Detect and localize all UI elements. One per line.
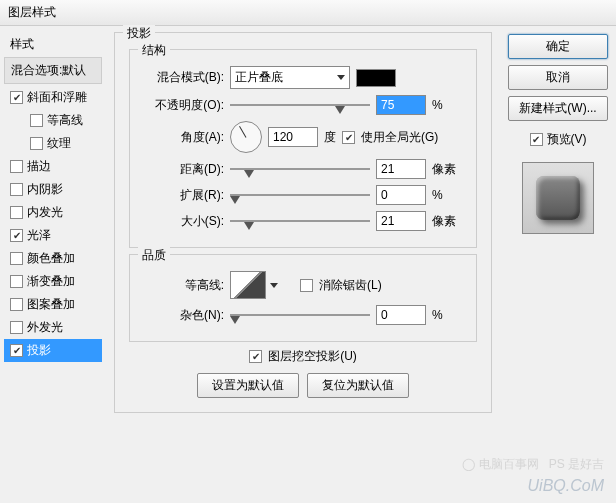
- opacity-unit: %: [432, 98, 462, 112]
- style-item-label: 光泽: [27, 227, 51, 244]
- style-checkbox[interactable]: [10, 183, 23, 196]
- title-bar: 图层样式: [0, 0, 616, 26]
- style-item-label: 渐变叠加: [27, 273, 75, 290]
- blend-mode-dropdown[interactable]: 正片叠底: [230, 66, 350, 89]
- spread-unit: %: [432, 188, 462, 202]
- styles-panel: 样式 混合选项:默认 斜面和浮雕等高线纹理描边内阴影内发光光泽颜色叠加渐变叠加图…: [0, 24, 106, 503]
- window-title: 图层样式: [8, 5, 56, 19]
- style-item[interactable]: 外发光: [4, 316, 102, 339]
- noise-row: 杂色(N): 0 %: [144, 305, 462, 325]
- style-item-label: 颜色叠加: [27, 250, 75, 267]
- style-item[interactable]: 渐变叠加: [4, 270, 102, 293]
- angle-label: 角度(A):: [144, 129, 224, 146]
- contour-label: 等高线:: [144, 277, 224, 294]
- style-item-label: 斜面和浮雕: [27, 89, 87, 106]
- preview-checkbox[interactable]: [530, 133, 543, 146]
- opacity-slider[interactable]: [230, 98, 370, 112]
- style-item[interactable]: 描边: [4, 155, 102, 178]
- styles-header[interactable]: 样式: [4, 32, 102, 57]
- angle-unit: 度: [324, 129, 336, 146]
- style-item-label: 图案叠加: [27, 296, 75, 313]
- style-item[interactable]: 内发光: [4, 201, 102, 224]
- style-checkbox[interactable]: [10, 91, 23, 104]
- style-item[interactable]: 颜色叠加: [4, 247, 102, 270]
- style-item-label: 等高线: [47, 112, 83, 129]
- spread-row: 扩展(R): 0 %: [144, 185, 462, 205]
- distance-input[interactable]: 21: [376, 159, 426, 179]
- distance-row: 距离(D): 21 像素: [144, 159, 462, 179]
- style-list: 斜面和浮雕等高线纹理描边内阴影内发光光泽颜色叠加渐变叠加图案叠加外发光投影: [4, 86, 102, 362]
- noise-label: 杂色(N):: [144, 307, 224, 324]
- noise-slider[interactable]: [230, 308, 370, 322]
- quality-group: 品质 等高线: 消除锯齿(L) 杂色(N): 0 %: [129, 254, 477, 342]
- style-item[interactable]: 投影: [4, 339, 102, 362]
- knockout-label: 图层挖空投影(U): [268, 348, 357, 365]
- angle-dial[interactable]: [230, 121, 262, 153]
- style-item[interactable]: 等高线: [4, 109, 102, 132]
- global-light-label: 使用全局光(G): [361, 129, 438, 146]
- style-checkbox[interactable]: [10, 344, 23, 357]
- spread-input[interactable]: 0: [376, 185, 426, 205]
- knockout-row: 图层挖空投影(U): [129, 348, 477, 365]
- preview-row: 预览(V): [530, 131, 587, 148]
- style-item[interactable]: 图案叠加: [4, 293, 102, 316]
- spread-slider[interactable]: [230, 188, 370, 202]
- style-checkbox[interactable]: [10, 252, 23, 265]
- reset-default-button[interactable]: 复位为默认值: [307, 373, 409, 398]
- distance-unit: 像素: [432, 161, 462, 178]
- size-unit: 像素: [432, 213, 462, 230]
- chevron-down-icon: [337, 75, 345, 80]
- size-row: 大小(S): 21 像素: [144, 211, 462, 231]
- shadow-color-swatch[interactable]: [356, 69, 396, 87]
- global-light-checkbox[interactable]: [342, 131, 355, 144]
- noise-input[interactable]: 0: [376, 305, 426, 325]
- contour-picker[interactable]: [230, 271, 266, 299]
- style-item-label: 内发光: [27, 204, 63, 221]
- panel-title: 投影: [123, 25, 155, 42]
- style-checkbox[interactable]: [10, 321, 23, 334]
- distance-slider[interactable]: [230, 162, 370, 176]
- style-checkbox[interactable]: [10, 275, 23, 288]
- chevron-down-icon[interactable]: [270, 283, 278, 288]
- size-slider[interactable]: [230, 214, 370, 228]
- ok-button[interactable]: 确定: [508, 34, 608, 59]
- style-item-label: 投影: [27, 342, 51, 359]
- blend-mode-row: 混合模式(B): 正片叠底: [144, 66, 462, 89]
- antialias-label: 消除锯齿(L): [319, 277, 382, 294]
- spread-label: 扩展(R):: [144, 187, 224, 204]
- style-item[interactable]: 光泽: [4, 224, 102, 247]
- contour-row: 等高线: 消除锯齿(L): [144, 271, 462, 299]
- opacity-row: 不透明度(O): 75 %: [144, 95, 462, 115]
- default-buttons-row: 设置为默认值 复位为默认值: [129, 373, 477, 398]
- drop-shadow-group: 投影 结构 混合模式(B): 正片叠底 不透明度(O): 75 %: [114, 32, 492, 413]
- style-checkbox[interactable]: [10, 206, 23, 219]
- make-default-button[interactable]: 设置为默认值: [197, 373, 299, 398]
- new-style-button[interactable]: 新建样式(W)...: [508, 96, 608, 121]
- preview-label: 预览(V): [547, 131, 587, 148]
- style-item[interactable]: 纹理: [4, 132, 102, 155]
- opacity-label: 不透明度(O):: [144, 97, 224, 114]
- style-checkbox[interactable]: [30, 137, 43, 150]
- size-input[interactable]: 21: [376, 211, 426, 231]
- knockout-checkbox[interactable]: [249, 350, 262, 363]
- blend-options-row[interactable]: 混合选项:默认: [4, 57, 102, 84]
- opacity-input[interactable]: 75: [376, 95, 426, 115]
- preview-thumbnail: [536, 176, 580, 220]
- style-item-label: 内阴影: [27, 181, 63, 198]
- style-item[interactable]: 斜面和浮雕: [4, 86, 102, 109]
- quality-title: 品质: [138, 247, 170, 264]
- style-checkbox[interactable]: [10, 229, 23, 242]
- style-checkbox[interactable]: [10, 298, 23, 311]
- preview-box: [522, 162, 594, 234]
- style-item[interactable]: 内阴影: [4, 178, 102, 201]
- angle-input[interactable]: 120: [268, 127, 318, 147]
- antialias-checkbox[interactable]: [300, 279, 313, 292]
- style-checkbox[interactable]: [10, 160, 23, 173]
- cancel-button[interactable]: 取消: [508, 65, 608, 90]
- style-item-label: 描边: [27, 158, 51, 175]
- blend-mode-label: 混合模式(B):: [144, 69, 224, 86]
- style-item-label: 外发光: [27, 319, 63, 336]
- style-checkbox[interactable]: [30, 114, 43, 127]
- size-label: 大小(S):: [144, 213, 224, 230]
- noise-unit: %: [432, 308, 462, 322]
